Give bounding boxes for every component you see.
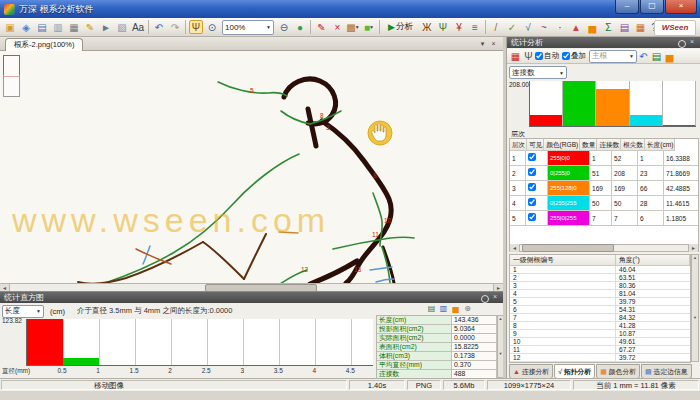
- stats-toolbar-icon[interactable]: ⊕: [462, 304, 473, 314]
- toolbar-icon[interactable]: ▅: [585, 20, 599, 34]
- tab-selected-edge-info[interactable]: ▤ 选定边信息: [641, 364, 692, 379]
- column-header[interactable]: 连接数: [597, 139, 621, 151]
- tab-close-icon[interactable]: ×: [488, 39, 499, 49]
- level-cell[interactable]: 5: [510, 211, 526, 226]
- toolbar-icon[interactable]: ▲: [569, 20, 583, 34]
- level-cell[interactable]: 2: [510, 166, 526, 181]
- canvas-horizontal-scrollbar[interactable]: ◄ ►: [0, 283, 503, 291]
- level-table-row[interactable]: 2 0|255|0 51 208 23 71.8669: [510, 166, 698, 181]
- level-table-row[interactable]: 5 255|0|255 7 7 6 1.1805: [510, 211, 698, 226]
- stat-toolbar-icon[interactable]: ▤: [651, 49, 662, 63]
- lateral-table-row[interactable]: 9 10.87: [510, 330, 690, 338]
- stats-toolbar-icon[interactable]: ▤: [426, 304, 437, 314]
- toolbar-icon[interactable]: ◈: [19, 20, 33, 34]
- toolbar-icon[interactable]: Ж: [420, 20, 434, 34]
- stat-toolbar-icon[interactable]: Ψ: [523, 49, 534, 63]
- stats-row[interactable]: 长度(cm) 143.436: [377, 316, 497, 325]
- tab-connection-analysis[interactable]: ▲ 连接分析: [509, 364, 553, 379]
- level-cell[interactable]: 4: [510, 196, 526, 211]
- lateral-table-row[interactable]: 2 63.51: [510, 274, 690, 282]
- tab-color-analysis[interactable]: ▦ 颜色分析: [596, 364, 640, 379]
- visible-checkbox[interactable]: [528, 183, 536, 191]
- scrollbar-thumb[interactable]: [522, 244, 614, 252]
- column-header[interactable]: 一级侧根编号: [510, 255, 616, 266]
- level-table-row[interactable]: 1 255|0|0 1 52 1 16.3388: [510, 151, 698, 166]
- toolbar-icon[interactable]: ✎: [83, 20, 97, 34]
- toolbar-icon[interactable]: ■▼: [362, 20, 376, 34]
- table-horizontal-scrollbar[interactable]: ◄ ►: [509, 244, 699, 252]
- lateral-table-row[interactable]: 12 39.72: [510, 354, 690, 362]
- toolbar-icon[interactable]: ▥: [51, 20, 65, 34]
- toolbar-icon[interactable]: ▩▼: [346, 20, 360, 34]
- stat-toolbar-icon[interactable]: ▦: [510, 49, 521, 63]
- tab-overflow-icon[interactable]: ▾: [477, 39, 488, 49]
- toolbar-icon[interactable]: ✎: [314, 20, 328, 34]
- stats-row[interactable]: 平均直径(mm) 0.370: [377, 361, 497, 370]
- toolbar-icon[interactable]: ▧: [115, 20, 129, 34]
- pin-icon[interactable]: [677, 38, 687, 47]
- stats-row[interactable]: 投影面积(cm2) 5.0364: [377, 325, 497, 334]
- lateral-table-row[interactable]: 11 67.27: [510, 346, 690, 354]
- column-header[interactable]: 长度(cm): [645, 139, 675, 151]
- visible-checkbox[interactable]: [528, 213, 536, 221]
- level-cell[interactable]: 1: [510, 151, 526, 166]
- toolbar-icon[interactable]: ↷: [168, 20, 182, 34]
- toolbar-icon[interactable]: ×: [330, 20, 344, 34]
- root-type-combobox[interactable]: 主根 ▼: [589, 50, 637, 63]
- lateral-table-row[interactable]: 3 80.36: [510, 282, 690, 290]
- toolbar-icon[interactable]: ¥: [452, 20, 466, 34]
- maximize-button[interactable]: ▢: [640, 0, 664, 14]
- visible-checkbox[interactable]: [528, 153, 536, 161]
- image-tab[interactable]: 根系-2.png(100%): [5, 38, 83, 52]
- column-header[interactable]: 颜色(RGB): [544, 139, 580, 151]
- stat-toolbar-icon[interactable]: ↶: [638, 49, 649, 63]
- lateral-table-row[interactable]: 7 84.32: [510, 314, 690, 322]
- lateral-table-row[interactable]: 8 41.28: [510, 322, 690, 330]
- lateral-table-row[interactable]: 4 81.04: [510, 290, 690, 298]
- column-header[interactable]: 根尖数: [621, 139, 645, 151]
- toolbar-icon[interactable]: ●: [293, 20, 307, 34]
- auto-checkbox[interactable]: [535, 52, 543, 60]
- lateral-table-row[interactable]: 10 49.61: [510, 338, 690, 346]
- toolbar-icon[interactable]: ⊖: [277, 20, 291, 34]
- toolbar-icon[interactable]: ✓: [505, 20, 519, 34]
- toolbar-icon[interactable]: Aa: [131, 20, 145, 34]
- pin-icon[interactable]: [480, 293, 490, 302]
- toolbar-icon[interactable]: ▤: [35, 20, 49, 34]
- level-table-row[interactable]: 4 0|255|255 50 50 28 11.4615: [510, 196, 698, 211]
- column-header[interactable]: 数量: [580, 139, 597, 151]
- stats-row[interactable]: 实际面积(cm2) 0.0000: [377, 334, 497, 343]
- stat-metric-combobox[interactable]: 连接数 ▼: [509, 66, 567, 79]
- column-header[interactable]: 角度(°): [616, 255, 690, 266]
- level-cell[interactable]: 3: [510, 181, 526, 196]
- toolbar-icon[interactable]: ▣: [3, 20, 17, 34]
- zoom-select-icon[interactable]: ⊙: [205, 20, 219, 34]
- stats-toolbar-icon[interactable]: ▅: [450, 304, 461, 314]
- minimize-button[interactable]: –: [615, 0, 639, 14]
- toolbar-icon[interactable]: ↶: [152, 20, 166, 34]
- toolbar-icon[interactable]: ▦: [67, 20, 81, 34]
- column-header[interactable]: 可见: [527, 139, 544, 151]
- tab-topology-analysis[interactable]: √ 拓扑分析: [554, 364, 595, 379]
- toolbar-icon[interactable]: Σ: [601, 20, 615, 34]
- scroll-left-icon[interactable]: ◄: [510, 244, 520, 252]
- stats-row[interactable]: 表面积(cm2) 15.8225: [377, 343, 497, 352]
- scroll-right-icon[interactable]: ►: [688, 244, 698, 252]
- lateral-table-scrollbar[interactable]: ▲▼: [691, 254, 699, 362]
- toolbar-icon[interactable]: ·: [553, 20, 567, 34]
- level-table-row[interactable]: 3 255|128|0 169 169 66 42.4885: [510, 181, 698, 196]
- stats-toolbar-icon[interactable]: ▥: [438, 304, 449, 314]
- close-button[interactable]: ×: [665, 0, 697, 14]
- panel-close-icon[interactable]: ×: [687, 38, 697, 47]
- toolbar-icon[interactable]: ►: [99, 20, 113, 34]
- toolbar-icon[interactable]: /: [489, 20, 503, 34]
- visible-checkbox[interactable]: [528, 168, 536, 176]
- lateral-table-row[interactable]: 6 54.31: [510, 306, 690, 314]
- toolbar-icon[interactable]: ≡: [468, 20, 482, 34]
- stat-toolbar-icon[interactable]: ▅: [664, 49, 675, 63]
- hand-pan-icon[interactable]: Ψ: [189, 20, 203, 34]
- analyze-button[interactable]: ▶ 分析: [384, 19, 417, 36]
- column-header[interactable]: 层次: [510, 139, 527, 151]
- toolbar-icon[interactable]: ▤: [617, 20, 631, 34]
- toolbar-icon[interactable]: √: [521, 20, 535, 34]
